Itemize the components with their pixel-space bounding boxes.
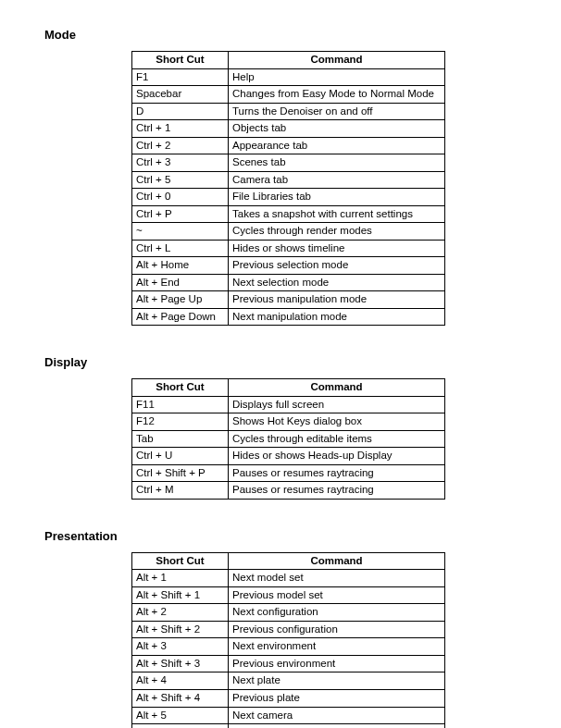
cell-command: Turns the Denoiser on and off xyxy=(229,103,445,120)
table-row: Alt + EndNext selection mode xyxy=(132,274,445,291)
table-row: SpacebarChanges from Easy Mode to Normal… xyxy=(132,86,445,104)
table-row: Alt + Page UpPrevious manipulation mode xyxy=(132,291,445,309)
table-row: Alt + Shift + 1Previous model set xyxy=(132,586,445,604)
header-shortcut: Short Cut xyxy=(132,379,229,397)
table-row: Alt + 4Next plate xyxy=(132,672,445,690)
cell-shortcut: Ctrl + P xyxy=(132,205,229,223)
header-command: Command xyxy=(229,552,445,570)
table-row: Alt + 3Next environment xyxy=(132,638,445,656)
cell-command: Previous plate xyxy=(229,689,445,707)
cell-command: Pauses or resumes raytracing xyxy=(229,464,445,482)
table-row: Ctrl + PTakes a snapshot with current se… xyxy=(132,205,445,223)
cell-command: Displays full screen xyxy=(229,396,445,413)
cell-command: Next camera xyxy=(229,707,445,724)
section-mode: ModeShort CutCommandF1HelpSpacebarChange… xyxy=(44,28,561,326)
table-row: Ctrl + 2Appearance tab xyxy=(132,137,445,154)
table-row: Ctrl + UHides or shows Heads-up Display xyxy=(132,448,445,465)
cell-shortcut: Alt + 5 xyxy=(132,707,229,724)
table-row: F1Help xyxy=(132,68,445,86)
cell-shortcut: F1 xyxy=(132,68,229,86)
cell-shortcut: Alt + Page Up xyxy=(132,291,229,309)
cell-shortcut: Ctrl + M xyxy=(132,482,229,500)
table-header-row: Short CutCommand xyxy=(132,379,445,397)
cell-shortcut: Alt + Home xyxy=(132,257,229,275)
cell-shortcut: Alt + Shift + 1 xyxy=(132,586,229,604)
section-display: DisplayShort CutCommandF11Displays full … xyxy=(44,355,561,500)
cell-shortcut: Ctrl + 1 xyxy=(132,120,229,138)
cell-command: Previous configuration xyxy=(229,621,445,638)
cell-command: Previous model set xyxy=(229,586,445,604)
cell-command: Camera tab xyxy=(229,171,445,189)
table-row: Ctrl + LHides or shows timeline xyxy=(132,240,445,257)
cell-command: Previous camera xyxy=(229,724,445,728)
section-presentation: PresentationShort CutCommandAlt + 1Next … xyxy=(44,529,561,728)
table-row: Ctrl + Shift + PPauses or resumes raytra… xyxy=(132,464,445,482)
cell-command: Next manipulation mode xyxy=(229,308,445,326)
cell-command: Hides or shows timeline xyxy=(229,240,445,257)
cell-command: File Libraries tab xyxy=(229,189,445,206)
cell-command: Next configuration xyxy=(229,604,445,622)
cell-command: Next selection mode xyxy=(229,274,445,291)
table-row: Alt + Shift + 3Previous environment xyxy=(132,655,445,672)
table-header-row: Short CutCommand xyxy=(132,52,445,69)
table-row: Alt + 1Next model set xyxy=(132,570,445,587)
table-row: Alt + HomePrevious selection mode xyxy=(132,257,445,275)
shortcuts-table: Short CutCommandAlt + 1Next model setAlt… xyxy=(131,552,445,728)
cell-shortcut: Alt + 4 xyxy=(132,672,229,690)
cell-shortcut: Alt + Shift + 2 xyxy=(132,621,229,638)
table-row: Ctrl + 5Camera tab xyxy=(132,171,445,189)
cell-shortcut: Ctrl + U xyxy=(132,448,229,465)
cell-command: Shows Hot Keys dialog box xyxy=(229,413,445,431)
cell-shortcut: F11 xyxy=(132,396,229,413)
section-title: Display xyxy=(44,355,561,369)
cell-command: Next environment xyxy=(229,638,445,656)
shortcuts-table: Short CutCommandF1HelpSpacebarChanges fr… xyxy=(131,51,445,326)
cell-shortcut: Ctrl + 2 xyxy=(132,137,229,154)
cell-shortcut: Alt + Page Down xyxy=(132,308,229,326)
cell-command: Previous environment xyxy=(229,655,445,672)
header-shortcut: Short Cut xyxy=(132,552,229,570)
cell-shortcut: D xyxy=(132,103,229,120)
cell-command: Cycles through editable items xyxy=(229,430,445,448)
header-shortcut: Short Cut xyxy=(132,52,229,69)
cell-command: Objects tab xyxy=(229,120,445,138)
cell-shortcut: Alt + 1 xyxy=(132,570,229,587)
table-row: F11Displays full screen xyxy=(132,396,445,413)
cell-command: Next plate xyxy=(229,672,445,690)
cell-command: Cycles through render modes xyxy=(229,223,445,241)
cell-shortcut: Ctrl + Shift + P xyxy=(132,464,229,482)
cell-shortcut: Ctrl + 3 xyxy=(132,154,229,172)
cell-shortcut: Alt + 3 xyxy=(132,638,229,656)
cell-shortcut: F12 xyxy=(132,413,229,431)
section-title: Presentation xyxy=(44,529,561,543)
table-row: Alt + Page DownNext manipulation mode xyxy=(132,308,445,326)
cell-shortcut: Ctrl + L xyxy=(132,240,229,257)
shortcuts-table: Short CutCommandF11Displays full screenF… xyxy=(131,378,445,500)
cell-shortcut: Alt + Shift + 4 xyxy=(132,689,229,707)
cell-command: Next model set xyxy=(229,570,445,587)
cell-command: Appearance tab xyxy=(229,137,445,154)
table-row: F12Shows Hot Keys dialog box xyxy=(132,413,445,431)
section-title: Mode xyxy=(44,28,561,42)
table-row: ~Cycles through render modes xyxy=(132,223,445,241)
table-row: Alt + Shift + 5Previous camera xyxy=(132,724,445,728)
table-row: Alt + 2Next configuration xyxy=(132,604,445,622)
cell-shortcut: Alt + Shift + 5 xyxy=(132,724,229,728)
cell-shortcut: Spacebar xyxy=(132,86,229,104)
cell-command: Hides or shows Heads-up Display xyxy=(229,448,445,465)
table-row: DTurns the Denoiser on and off xyxy=(132,103,445,120)
cell-shortcut: Ctrl + 0 xyxy=(132,189,229,206)
cell-shortcut: Alt + End xyxy=(132,274,229,291)
cell-shortcut: Alt + 2 xyxy=(132,604,229,622)
table-row: Alt + Shift + 2Previous configuration xyxy=(132,621,445,638)
cell-shortcut: Ctrl + 5 xyxy=(132,171,229,189)
table-row: TabCycles through editable items xyxy=(132,430,445,448)
table-row: Alt + Shift + 4Previous plate xyxy=(132,689,445,707)
cell-shortcut: ~ xyxy=(132,223,229,241)
header-command: Command xyxy=(229,52,445,69)
cell-command: Previous manipulation mode xyxy=(229,291,445,309)
header-command: Command xyxy=(229,379,445,397)
cell-command: Scenes tab xyxy=(229,154,445,172)
table-row: Ctrl + 3Scenes tab xyxy=(132,154,445,172)
cell-command: Takes a snapshot with current settings xyxy=(229,205,445,223)
